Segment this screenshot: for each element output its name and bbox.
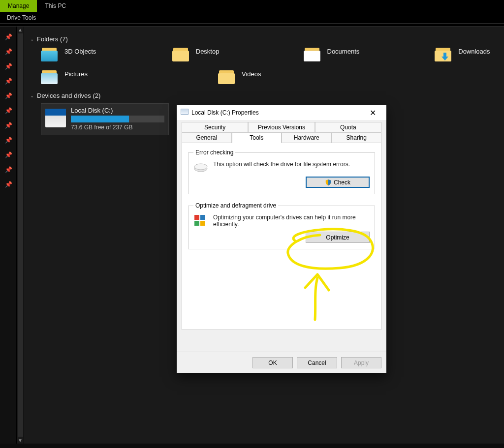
folders-group-header[interactable]: ⌄ Folders (7) xyxy=(30,35,497,43)
drive-icon xyxy=(45,109,66,127)
folder-label: Downloads xyxy=(458,47,490,55)
folder-label: Documents xyxy=(327,47,360,55)
tab-general[interactable]: General xyxy=(182,133,232,143)
properties-dialog: Local Disk (C:) Properties ✕ Security Pr… xyxy=(177,105,386,373)
tab-security[interactable]: Security xyxy=(182,122,248,133)
pin-icon[interactable]: 📌 xyxy=(0,44,17,59)
scroll-up-icon[interactable]: ▲ xyxy=(18,27,23,32)
svg-rect-3 xyxy=(200,215,205,220)
pin-icon[interactable]: 📌 xyxy=(0,133,17,148)
pin-icon[interactable]: 📌 xyxy=(0,118,17,133)
nav-scrollbar[interactable]: ▲ ▼ xyxy=(17,27,24,444)
folder-label: Desktop xyxy=(196,47,220,55)
hard-drive-icon xyxy=(193,161,208,173)
drive-usage-bar xyxy=(71,116,164,122)
check-button[interactable]: Check xyxy=(306,177,370,188)
apply-button: Apply xyxy=(341,357,381,368)
svg-point-1 xyxy=(194,164,207,170)
error-checking-legend: Error checking xyxy=(193,149,235,156)
pin-icon[interactable]: 📌 xyxy=(0,59,17,74)
drives-group-header[interactable]: ⌄ Devices and drives (2) xyxy=(30,92,497,99)
tab-quota[interactable]: Quota xyxy=(315,122,381,133)
check-button-label: Check xyxy=(334,179,350,186)
pin-icon[interactable]: 📌 xyxy=(0,89,17,103)
defrag-icon xyxy=(193,214,208,226)
optimize-text: Optimizing your computer's drives can he… xyxy=(213,214,370,228)
svg-rect-4 xyxy=(194,221,199,226)
ribbon-tab-manage[interactable]: Manage xyxy=(0,0,37,12)
pin-icon[interactable]: 📌 xyxy=(0,74,17,89)
chevron-down-icon: ⌄ xyxy=(30,36,34,42)
scroll-down-icon[interactable]: ▼ xyxy=(18,438,23,443)
tab-panel-tools: Error checking This option will check th… xyxy=(182,143,381,330)
chevron-down-icon: ⌄ xyxy=(30,93,34,98)
drives-header-label: Devices and drives (2) xyxy=(37,92,100,99)
folder-icon xyxy=(41,69,60,85)
folder-videos[interactable]: Videos xyxy=(218,69,326,85)
error-checking-text: This option will check the drive for fil… xyxy=(213,161,350,168)
pin-icon[interactable]: 📌 xyxy=(0,103,17,118)
drive-free-space: 73.6 GB free of 237 GB xyxy=(71,124,164,131)
ribbon-subtab-drive-tools[interactable]: Drive Tools xyxy=(0,12,504,24)
optimize-button[interactable]: Optimize xyxy=(306,232,370,243)
svg-rect-2 xyxy=(194,215,199,220)
pin-icon[interactable]: 📌 xyxy=(0,148,17,162)
folder-icon xyxy=(41,47,60,62)
folder-icon xyxy=(172,47,191,62)
dialog-button-row: OK Cancel Apply xyxy=(177,352,386,373)
pin-icon[interactable]: 📌 xyxy=(0,30,17,44)
error-checking-group: Error checking This option will check th… xyxy=(188,149,375,194)
cancel-button[interactable]: Cancel xyxy=(297,357,337,368)
drive-local-c[interactable]: Local Disk (C:) 73.6 GB free of 237 GB xyxy=(41,103,169,135)
folder-label: Pictures xyxy=(64,69,88,78)
ribbon-tabs: Manage This PC xyxy=(0,0,504,12)
close-button[interactable]: ✕ xyxy=(363,108,382,118)
tab-tools[interactable]: Tools xyxy=(232,133,282,143)
shield-icon xyxy=(325,179,332,186)
folder-documents[interactable]: Documents xyxy=(304,47,366,62)
folder-downloads[interactable]: Downloads xyxy=(435,47,497,62)
drive-icon xyxy=(181,109,189,117)
optimize-legend: Optimize and defragment drive xyxy=(193,202,278,209)
folder-label: Videos xyxy=(242,69,261,78)
tab-previous-versions[interactable]: Previous Versions xyxy=(248,122,315,133)
pin-icon[interactable]: 📌 xyxy=(0,177,17,192)
folder-icon xyxy=(218,69,237,85)
drive-name: Local Disk (C:) xyxy=(71,107,164,114)
quick-access-pin-rail: 📌 📌 📌 📌 📌 📌 📌 📌 📌 📌 📌 xyxy=(0,27,17,444)
ok-button[interactable]: OK xyxy=(252,357,293,368)
ribbon-tab-context[interactable]: This PC xyxy=(37,0,74,12)
dialog-titlebar[interactable]: Local Disk (C:) Properties ✕ xyxy=(177,105,386,120)
tab-sharing[interactable]: Sharing xyxy=(332,133,382,143)
dialog-title: Local Disk (C:) Properties xyxy=(191,109,363,116)
pin-icon[interactable]: 📌 xyxy=(0,162,17,177)
optimize-group: Optimize and defragment drive Optimizing… xyxy=(188,202,375,249)
scroll-track[interactable] xyxy=(18,33,23,437)
folder-pictures[interactable]: Pictures xyxy=(41,69,149,85)
folders-header-label: Folders (7) xyxy=(37,35,68,43)
optimize-button-label: Optimize xyxy=(326,234,349,241)
folder-label: 3D Objects xyxy=(64,47,96,55)
folder-desktop[interactable]: Desktop xyxy=(172,47,235,62)
folder-3d-objects[interactable]: 3D Objects xyxy=(41,47,103,62)
folder-icon xyxy=(304,47,322,62)
folder-icon xyxy=(435,47,453,62)
svg-rect-5 xyxy=(200,221,205,226)
status-bar xyxy=(0,444,504,448)
tab-hardware[interactable]: Hardware xyxy=(282,133,332,143)
